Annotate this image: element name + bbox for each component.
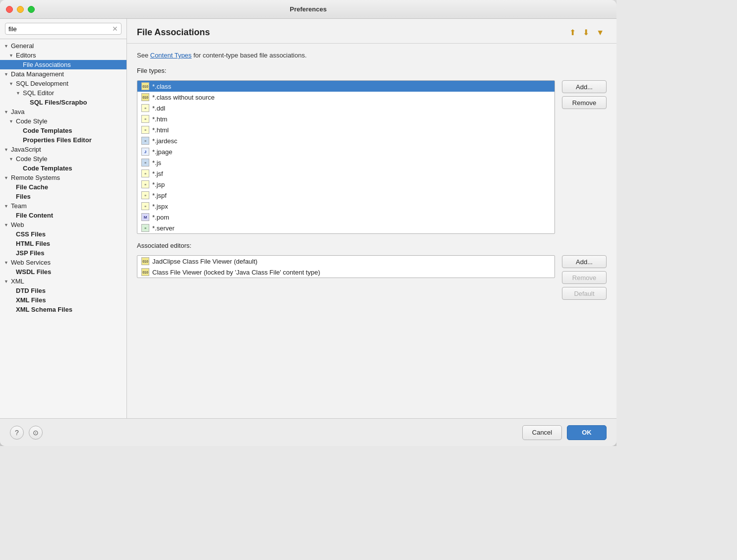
sidebar-item-team[interactable]: ▼Team xyxy=(0,201,126,211)
file-type-name: *.htm xyxy=(152,115,167,123)
minimize-button[interactable] xyxy=(17,6,24,13)
file-type-row[interactable]: ≡*.html xyxy=(137,124,554,135)
sidebar-item-properties-files-editor[interactable]: Properties Files Editor xyxy=(0,135,126,145)
file-type-row[interactable]: ≡*.server xyxy=(137,223,554,233)
file-type-row[interactable]: ≡*.jspf xyxy=(137,190,554,201)
file-type-row[interactable]: ≡*.js xyxy=(137,157,554,168)
file-type-row[interactable]: ≡*.jardesc xyxy=(137,135,554,146)
file-types-remove-button[interactable]: Remove xyxy=(562,96,607,109)
file-icon: ≡ xyxy=(141,224,149,232)
sidebar: ✕ ▼General▼EditorsFile Associations▼Data… xyxy=(0,19,127,418)
dropdown-icon[interactable]: ▼ xyxy=(594,27,607,38)
sidebar-item-code-templates-java[interactable]: Code Templates xyxy=(0,126,126,135)
footer-left: ? ⊙ xyxy=(10,426,43,440)
sidebar-item-general[interactable]: ▼General xyxy=(0,41,126,51)
sidebar-item-code-style-java[interactable]: ▼Code Style xyxy=(0,116,126,126)
help-icon[interactable]: ? xyxy=(10,426,24,440)
sidebar-item-sql-files-scrapbo[interactable]: SQL Files/Scrapbo xyxy=(0,98,126,107)
editor-name: JadClipse Class File Viewer (default) xyxy=(152,258,257,265)
sidebar-item-java[interactable]: ▼Java xyxy=(0,107,126,116)
sidebar-item-web-services[interactable]: ▼Web Services xyxy=(0,258,126,267)
file-type-row[interactable]: ≡*.jspx xyxy=(137,201,554,212)
sidebar-item-sql-editor[interactable]: ▼SQL Editor xyxy=(0,88,126,98)
content: ✕ ▼General▼EditorsFile Associations▼Data… xyxy=(0,19,616,418)
sidebar-item-label-properties-files-editor: Properties Files Editor xyxy=(23,136,92,144)
sidebar-item-file-content[interactable]: File Content xyxy=(0,211,126,220)
sidebar-item-jsp-files[interactable]: JSP Files xyxy=(0,248,126,258)
file-type-row[interactable]: ≡*.ddl xyxy=(137,103,554,113)
sidebar-item-data-management[interactable]: ▼Data Management xyxy=(0,69,126,79)
sidebar-item-label-remote-systems: Remote Systems xyxy=(11,174,60,181)
file-type-name: *.html xyxy=(152,126,169,134)
sidebar-item-sql-development[interactable]: ▼SQL Development xyxy=(0,79,126,88)
close-button[interactable] xyxy=(6,6,13,13)
search-input[interactable] xyxy=(8,25,112,33)
sidebar-item-label-files: Files xyxy=(16,193,31,200)
search-input-wrap[interactable]: ✕ xyxy=(5,23,122,35)
tree-arrow-code-style-java: ▼ xyxy=(9,119,16,124)
maximize-button[interactable] xyxy=(28,6,35,13)
titlebar: Preferences xyxy=(0,0,616,19)
sidebar-item-label-code-style-js: Code Style xyxy=(16,155,48,163)
file-type-row[interactable]: ≡*.htm xyxy=(137,113,554,124)
file-type-name: *.jspx xyxy=(152,203,168,210)
sidebar-item-html-files[interactable]: HTML Files xyxy=(0,239,126,248)
sidebar-item-javascript[interactable]: ▼JavaScript xyxy=(0,145,126,154)
file-type-row[interactable]: J*.jpage xyxy=(137,146,554,157)
search-bar: ✕ xyxy=(0,19,126,39)
sidebar-item-file-cache[interactable]: File Cache xyxy=(0,182,126,192)
file-type-row[interactable]: M*.pom xyxy=(137,212,554,223)
sidebar-item-code-style-js[interactable]: ▼Code Style xyxy=(0,154,126,164)
file-icon: ≡ xyxy=(141,202,149,210)
content-types-link[interactable]: Content Types xyxy=(150,52,192,59)
editors-default-button[interactable]: Default xyxy=(562,287,607,300)
editor-row[interactable]: 010Class File Viewer (locked by 'Java Cl… xyxy=(137,267,554,278)
editors-row-area: 010JadClipse Class File Viewer (default)… xyxy=(137,255,607,300)
file-type-name: *.jsp xyxy=(152,181,165,188)
sidebar-item-remote-systems[interactable]: ▼Remote Systems xyxy=(0,173,126,182)
file-type-name: *.jpage xyxy=(152,148,172,156)
editors-label: Associated editors: xyxy=(137,242,607,249)
sidebar-item-label-sql-editor: SQL Editor xyxy=(23,89,54,97)
editor-row[interactable]: 010JadClipse Class File Viewer (default) xyxy=(137,256,554,267)
sidebar-item-label-code-templates-java: Code Templates xyxy=(23,127,72,134)
file-type-name: *.class without source xyxy=(152,94,215,101)
forward-icon[interactable]: ⬇ xyxy=(580,27,592,38)
file-type-row[interactable]: 010*.class xyxy=(137,81,554,92)
editors-add-button[interactable]: Add... xyxy=(562,255,607,268)
sidebar-item-xml-files[interactable]: XML Files xyxy=(0,295,126,305)
tree-arrow-web: ▼ xyxy=(4,223,11,227)
file-type-row[interactable]: ≡*.jsp xyxy=(137,179,554,190)
file-type-row[interactable]: 010*.class without source xyxy=(137,92,554,103)
sidebar-item-code-templates-js[interactable]: Code Templates xyxy=(0,164,126,173)
file-type-name: *.class xyxy=(152,83,171,90)
editors-remove-button[interactable]: Remove xyxy=(562,271,607,284)
sidebar-item-label-general: General xyxy=(11,42,34,50)
file-icon: ≡ xyxy=(141,180,149,188)
back-icon[interactable]: ⬆ xyxy=(567,27,578,38)
main-header: File Associations ⬆ ⬇ ▼ xyxy=(127,19,616,44)
ok-button[interactable]: OK xyxy=(567,425,607,440)
sidebar-item-label-file-cache: File Cache xyxy=(16,183,48,191)
sidebar-item-label-sql-files-scrapbo: SQL Files/Scrapbo xyxy=(30,99,87,106)
cancel-button[interactable]: Cancel xyxy=(522,425,562,440)
sidebar-item-wsdl-files[interactable]: WSDL Files xyxy=(0,267,126,277)
sidebar-item-css-files[interactable]: CSS Files xyxy=(0,229,126,239)
tree: ▼General▼EditorsFile Associations▼Data M… xyxy=(0,39,126,418)
sidebar-item-xml[interactable]: ▼XML xyxy=(0,277,126,286)
settings-icon[interactable]: ⊙ xyxy=(29,426,43,440)
sidebar-item-editors[interactable]: ▼Editors xyxy=(0,51,126,60)
sidebar-item-dtd-files[interactable]: DTD Files xyxy=(0,286,126,295)
sidebar-item-xml-schema-files[interactable]: XML Schema Files xyxy=(0,305,126,314)
file-types-add-button[interactable]: Add... xyxy=(562,80,607,93)
tree-arrow-sql-development: ▼ xyxy=(9,81,16,86)
file-type-row[interactable]: ≡*.jsf xyxy=(137,168,554,179)
file-types-list: 010*.class010*.class without source≡*.dd… xyxy=(137,80,555,234)
sidebar-item-files[interactable]: Files xyxy=(0,192,126,201)
sidebar-item-label-team: Team xyxy=(11,202,27,210)
file-icon: ≡ xyxy=(141,137,149,145)
sidebar-item-file-associations[interactable]: File Associations xyxy=(0,60,126,69)
sidebar-item-label-file-associations: File Associations xyxy=(23,61,71,68)
sidebar-item-web[interactable]: ▼Web xyxy=(0,220,126,229)
search-clear-icon[interactable]: ✕ xyxy=(112,25,118,33)
